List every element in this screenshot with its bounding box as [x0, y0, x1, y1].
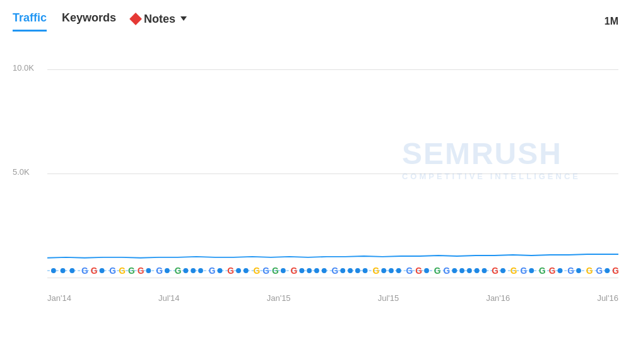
chart-header: Traffic Keywords Notes 1M — [0, 0, 631, 32]
svg-point-1 — [51, 268, 56, 273]
traffic-line — [47, 254, 618, 258]
svg-text:G: G — [91, 266, 98, 276]
svg-point-48 — [467, 268, 472, 273]
svg-text:G: G — [109, 266, 116, 276]
svg-point-46 — [452, 268, 457, 273]
google-markers-svg: G G G G G G G G G G G G G — [47, 261, 618, 280]
svg-text:G: G — [175, 266, 182, 276]
svg-text:G: G — [209, 266, 216, 276]
svg-text:G: G — [415, 266, 422, 276]
x-label-jan14: Jan'14 — [47, 293, 71, 303]
chevron-down-icon — [180, 16, 187, 21]
y-label-10k: 10.0K — [13, 63, 34, 73]
svg-text:G: G — [291, 266, 298, 276]
svg-text:G: G — [372, 266, 379, 276]
chart-svg — [47, 44, 618, 278]
svg-text:G: G — [406, 266, 413, 276]
tab-traffic[interactable]: Traffic — [13, 11, 47, 32]
svg-text:G: G — [444, 266, 451, 276]
svg-text:G: G — [138, 266, 144, 276]
svg-point-52 — [500, 268, 505, 273]
svg-point-26 — [281, 268, 286, 273]
svg-text:G: G — [272, 266, 279, 276]
notes-diamond-icon — [129, 13, 142, 25]
svg-text:G: G — [596, 266, 603, 276]
svg-text:G: G — [586, 266, 593, 276]
svg-point-35 — [355, 268, 360, 273]
google-markers-row: G G G G G G G G G G G G G — [47, 261, 618, 280]
svg-point-11 — [146, 268, 151, 273]
svg-text:G: G — [612, 266, 618, 276]
svg-text:G: G — [332, 266, 339, 276]
svg-point-55 — [529, 268, 534, 273]
svg-point-3 — [69, 268, 74, 273]
svg-text:G: G — [262, 266, 269, 276]
svg-point-38 — [381, 268, 386, 273]
svg-point-31 — [322, 268, 327, 273]
svg-text:G: G — [521, 266, 528, 276]
x-label-jul16: Jul'16 — [597, 293, 618, 303]
svg-point-43 — [424, 268, 429, 273]
svg-point-47 — [459, 268, 464, 273]
svg-point-2 — [61, 268, 66, 273]
svg-text:G: G — [119, 266, 126, 276]
tab-notes[interactable]: Notes — [131, 13, 187, 31]
scale-indicator: 1M — [604, 16, 618, 27]
svg-point-60 — [576, 268, 581, 273]
svg-point-63 — [604, 268, 610, 273]
svg-point-15 — [183, 268, 188, 273]
x-label-jul15: Jul'15 — [378, 293, 399, 303]
svg-text:G: G — [567, 266, 574, 276]
svg-point-13 — [165, 268, 170, 273]
svg-point-30 — [314, 268, 319, 273]
svg-point-36 — [363, 268, 368, 273]
svg-text:G: G — [81, 266, 88, 276]
svg-text:G: G — [227, 266, 234, 276]
svg-text:G: G — [434, 266, 441, 276]
chart-area: 10.0K 5.0K SEMRUSH COMPETITIVE INTELLIGE… — [13, 44, 618, 309]
svg-point-39 — [389, 268, 394, 273]
svg-point-19 — [218, 268, 223, 273]
svg-point-34 — [348, 268, 353, 273]
x-label-jul14: Jul'14 — [158, 293, 180, 303]
svg-text:G: G — [254, 266, 261, 276]
svg-text:G: G — [492, 266, 498, 276]
svg-point-6 — [100, 268, 105, 273]
svg-text:G: G — [128, 266, 135, 276]
svg-point-29 — [307, 268, 312, 273]
svg-point-16 — [191, 268, 196, 273]
svg-text:G: G — [156, 266, 163, 276]
svg-point-28 — [299, 268, 304, 273]
x-label-jan15: Jan'15 — [267, 293, 291, 303]
svg-point-33 — [340, 268, 345, 273]
x-label-jan16: Jan'16 — [486, 293, 510, 303]
svg-text:G: G — [510, 266, 517, 276]
svg-point-50 — [482, 268, 487, 273]
svg-point-40 — [396, 268, 401, 273]
x-axis-labels: Jan'14 Jul'14 Jan'15 Jul'15 Jan'16 Jul'1… — [47, 293, 618, 303]
svg-text:G: G — [549, 266, 556, 276]
tab-keywords[interactable]: Keywords — [62, 11, 116, 32]
svg-point-58 — [558, 268, 563, 273]
y-label-5k: 5.0K — [13, 167, 30, 177]
svg-point-22 — [244, 268, 249, 273]
svg-text:G: G — [539, 266, 546, 276]
svg-point-49 — [475, 268, 480, 273]
svg-point-17 — [198, 268, 203, 273]
svg-point-21 — [236, 268, 241, 273]
notes-label: Notes — [144, 13, 175, 26]
